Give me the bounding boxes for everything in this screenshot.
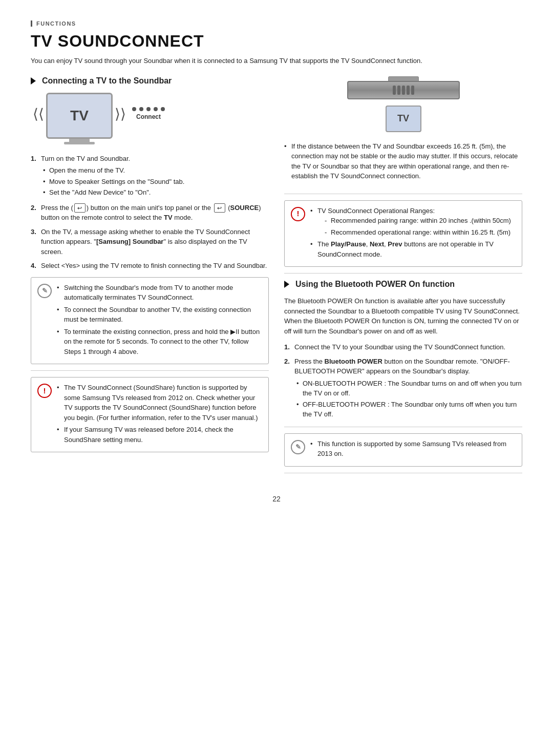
step-3: 3. On the TV, a message asking whether t… (31, 227, 269, 257)
pencil-icon-right: ✎ (291, 440, 305, 454)
right-column: TV If the distance between the TV and So… (284, 76, 522, 479)
connect-dots: Connect (132, 107, 165, 130)
step-1: 1. Turn on the TV and Soundbar. Open the… (31, 154, 269, 199)
tv-base (64, 142, 95, 144)
pencil-icon-left: ✎ (37, 284, 52, 298)
note-excl-right: ! TV SoundConnect Operational Ranges: Re… (284, 200, 522, 267)
distance-note: If the distance between the TV and Sound… (284, 141, 522, 187)
bluetooth-heading: Using the Bluetooth POWER On function (284, 280, 522, 289)
tv-screen: TV (46, 93, 113, 139)
source-button-icon: ↩ (74, 203, 86, 213)
page-number: 22 (31, 495, 522, 503)
soundbar-illustration: TV (284, 76, 522, 132)
divider-2 (284, 194, 522, 194)
page-title: TV SOUNDCONNECT (31, 32, 522, 51)
tv-stand (69, 139, 90, 142)
tv-connect-illustration: ⟨⟨ TV ⟩⟩ Connect (31, 93, 269, 144)
step-1-sub: Open the menu of the TV. Move to Speaker… (43, 165, 269, 198)
sound-wave-left: ⟨⟨ (33, 106, 44, 132)
connecting-heading: Connecting a TV to the Soundbar (31, 76, 269, 86)
excl-icon-left: ! (37, 384, 52, 398)
step-2: 2. Press the (↩) button on the main unit… (31, 203, 269, 223)
divider-1 (31, 370, 269, 371)
steps-list-left: 1. Turn on the TV and Soundbar. Open the… (31, 154, 269, 271)
sound-wave-right: ⟩⟩ (115, 106, 126, 132)
left-column: Connecting a TV to the Soundbar ⟨⟨ TV ⟩⟩… (31, 76, 269, 479)
intro-text: You can enjoy TV sound through your Soun… (31, 56, 492, 66)
bluetooth-intro: The Bluetooth POWER On function is avail… (284, 296, 522, 336)
step-4: 4. Select <Yes> using the TV remote to f… (31, 261, 269, 271)
arrow-icon-2 (284, 281, 289, 288)
excl-icon-right: ! (291, 207, 305, 221)
tv-icon-small: TV (386, 106, 421, 132)
section-label: FUNCTIONS (31, 20, 522, 27)
divider-5 (284, 473, 522, 473)
bt-step-2: 2. Press the Bluetooth POWER button on t… (284, 356, 522, 421)
arrow-icon (31, 77, 36, 85)
tv-icon: TV (46, 93, 113, 144)
note-pencil-right: ✎ This function is supported by some Sam… (284, 433, 522, 467)
divider-3 (284, 273, 522, 274)
divider-4 (284, 427, 522, 427)
soundbar-body (347, 81, 460, 99)
note-excl-left: ! The TV SoundConnect (SoundShare) funct… (31, 377, 269, 452)
source-icon: ↩ (214, 203, 225, 213)
bt-step-2-sub: ON-BLUETOOTH POWER : The Soundbar turns … (296, 379, 522, 419)
note-pencil-left: ✎ Switching the Soundbar's mode from TV … (31, 277, 269, 365)
bluetooth-steps: 1. Connect the TV to your Soundbar using… (284, 342, 522, 421)
bt-step-1: 1. Connect the TV to your Soundbar using… (284, 342, 522, 352)
